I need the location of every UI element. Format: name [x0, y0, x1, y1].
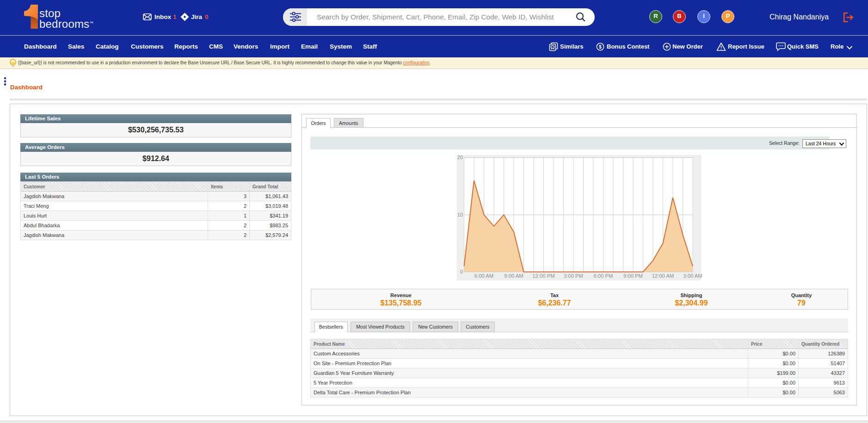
svg-text:6:00 PM: 6:00 PM	[593, 273, 613, 279]
svg-text:12:00 PM: 12:00 PM	[532, 273, 554, 279]
svg-text:3:00 PM: 3:00 PM	[564, 273, 583, 279]
svg-text:9:00 PM: 9:00 PM	[623, 273, 643, 279]
svg-text:3:00 AM: 3:00 AM	[683, 273, 702, 279]
svg-text:20: 20	[457, 155, 463, 160]
svg-text:0: 0	[460, 269, 463, 274]
svg-text:9:00 AM: 9:00 AM	[504, 273, 523, 279]
svg-text:6:00 AM: 6:00 AM	[474, 273, 493, 279]
svg-text:$: $	[599, 44, 602, 50]
svg-text:12:00 AM: 12:00 AM	[652, 273, 674, 279]
svg-text:10: 10	[457, 212, 463, 218]
